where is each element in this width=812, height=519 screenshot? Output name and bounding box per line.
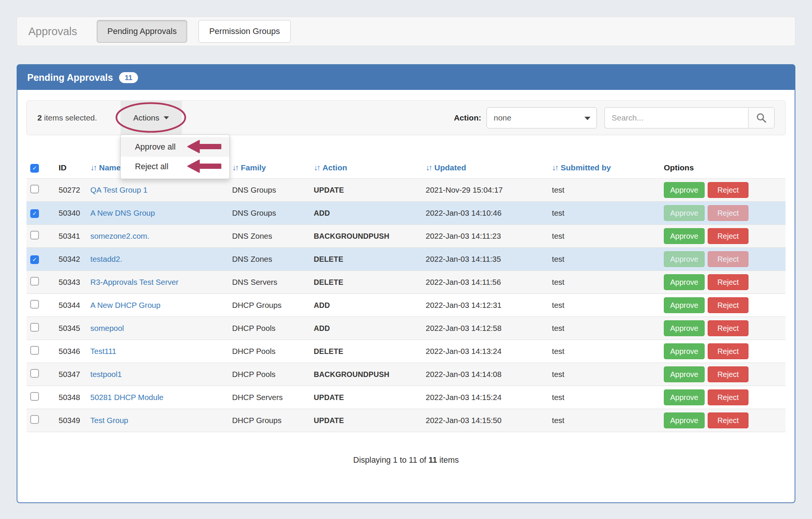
row-name-link[interactable]: testadd2. <box>90 255 122 263</box>
sort-icon: ↓↑ <box>90 163 96 172</box>
caret-down-icon <box>164 116 169 119</box>
search-input[interactable] <box>604 107 748 128</box>
row-updated: 2022-Jan-03 14:14:08 <box>422 370 548 379</box>
reject-button[interactable]: Reject <box>708 251 748 267</box>
reject-button[interactable]: Reject <box>708 366 748 382</box>
row-action: ADD <box>310 209 422 218</box>
row-id: 50342 <box>55 255 87 264</box>
row-submitted-by: test <box>548 185 660 195</box>
reject-button[interactable]: Reject <box>708 412 748 428</box>
row-family: DNS Zones <box>228 232 310 241</box>
toolbar: 2 items selected. Actions Action: none <box>26 100 786 135</box>
reject-button[interactable]: Reject <box>708 320 748 336</box>
menu-item-approve-all[interactable]: Approve all <box>121 137 229 157</box>
row-checkbox[interactable] <box>30 277 39 286</box>
row-family: DHCP Pools <box>228 370 310 379</box>
row-family: DHCP Servers <box>228 393 310 402</box>
column-header-family[interactable]: ↓↑Family <box>228 163 310 172</box>
selected-count-text: 2 items selected. <box>37 113 97 122</box>
row-action: ADD <box>310 301 422 310</box>
reject-button[interactable]: Reject <box>708 297 748 313</box>
row-name-link[interactable]: A New DNS Group <box>90 209 155 217</box>
row-name-link[interactable]: QA Test Group 1 <box>90 185 147 194</box>
menu-item-reject-all[interactable]: Reject all <box>121 157 229 176</box>
row-name-link[interactable]: 50281 DHCP Module <box>90 393 163 402</box>
approve-button[interactable]: Approve <box>664 205 705 221</box>
row-checkbox[interactable] <box>30 323 39 332</box>
row-action: BACKGROUNDPUSH <box>310 232 422 241</box>
column-header-updated[interactable]: ↓↑Updated <box>422 163 548 172</box>
page-title: Approvals <box>28 25 77 38</box>
row-action: ADD <box>310 324 422 333</box>
table-row: 50343 R3-Approvals Test Server DNS Serve… <box>26 271 786 294</box>
approve-button[interactable]: Approve <box>664 228 705 244</box>
reject-button[interactable]: Reject <box>708 205 748 221</box>
row-checkbox[interactable] <box>30 231 39 239</box>
column-header-action[interactable]: ↓↑Action <box>310 163 422 172</box>
row-checkbox[interactable] <box>30 415 39 424</box>
reject-button[interactable]: Reject <box>708 389 748 405</box>
approve-button[interactable]: Approve <box>664 320 705 336</box>
row-checkbox[interactable] <box>30 300 39 309</box>
row-name-link[interactable]: R3-Approvals Test Server <box>90 278 178 286</box>
row-name-link[interactable]: Test111 <box>90 347 116 355</box>
row-name-link[interactable]: Test Group <box>90 416 128 425</box>
reject-button[interactable]: Reject <box>708 274 748 290</box>
reject-button[interactable]: Reject <box>708 182 748 198</box>
select-caret-icon <box>584 117 590 120</box>
table-footer: Displaying 1 to 11 of 11 items <box>26 456 786 465</box>
search-button[interactable] <box>748 107 775 128</box>
approve-button[interactable]: Approve <box>664 366 705 382</box>
row-action: DELETE <box>310 255 422 264</box>
tab-pending-approvals[interactable]: Pending Approvals <box>97 20 187 43</box>
row-id: 50272 <box>55 185 87 195</box>
row-submitted-by: test <box>548 301 660 310</box>
row-id: 50340 <box>55 209 87 218</box>
row-checkbox[interactable]: ✓ <box>30 255 39 264</box>
approve-button[interactable]: Approve <box>664 343 705 359</box>
panel-title: Pending Approvals <box>27 72 113 83</box>
action-select-label: Action: <box>454 113 481 122</box>
row-checkbox[interactable] <box>30 369 39 378</box>
sort-icon: ↓↑ <box>552 163 558 172</box>
approve-button[interactable]: Approve <box>664 274 705 290</box>
row-name-link[interactable]: somezone2.com. <box>90 232 149 240</box>
reject-button[interactable]: Reject <box>708 228 748 244</box>
row-submitted-by: test <box>548 209 660 218</box>
actions-dropdown-button[interactable]: Actions <box>121 101 182 135</box>
action-select[interactable]: none <box>487 107 597 128</box>
row-submitted-by: test <box>548 416 660 425</box>
row-action: UPDATE <box>310 416 422 425</box>
row-family: DHCP Groups <box>228 301 310 310</box>
table-row: 50349 Test Group DHCP Groups UPDATE 2022… <box>26 409 786 432</box>
row-family: DNS Zones <box>228 255 310 264</box>
row-action: UPDATE <box>310 393 422 402</box>
reject-button[interactable]: Reject <box>708 343 748 359</box>
row-checkbox[interactable] <box>30 392 39 401</box>
approve-button[interactable]: Approve <box>664 389 705 405</box>
approve-button[interactable]: Approve <box>664 297 705 313</box>
row-family: DHCP Pools <box>228 324 310 333</box>
table-row: 50344 A New DHCP Group DHCP Groups ADD 2… <box>26 294 786 317</box>
approve-button[interactable]: Approve <box>664 412 705 428</box>
approve-button[interactable]: Approve <box>664 251 705 267</box>
sort-icon: ↓↑ <box>426 163 431 172</box>
row-name-link[interactable]: somepool <box>90 324 124 332</box>
row-updated: 2022-Jan-03 14:12:58 <box>422 324 548 333</box>
column-header-options: Options <box>660 163 786 172</box>
row-name-link[interactable]: testpool1 <box>90 370 122 378</box>
select-all-checkbox[interactable]: ✓ <box>30 164 39 173</box>
approve-button[interactable]: Approve <box>664 182 705 198</box>
row-checkbox[interactable]: ✓ <box>30 209 39 218</box>
row-action: DELETE <box>310 347 422 356</box>
tab-permission-groups[interactable]: Permission Groups <box>198 20 290 43</box>
row-checkbox[interactable] <box>30 185 39 193</box>
row-action: UPDATE <box>310 186 422 195</box>
row-updated: 2022-Jan-03 14:13:24 <box>422 347 548 356</box>
row-submitted-by: test <box>548 255 660 264</box>
row-id: 50346 <box>55 347 87 356</box>
row-checkbox[interactable] <box>30 346 39 355</box>
column-header-submitted-by[interactable]: ↓↑Submitted by <box>548 163 660 172</box>
actions-dropdown-menu: Approve all Reject all <box>120 134 230 179</box>
row-name-link[interactable]: A New DHCP Group <box>90 301 160 309</box>
